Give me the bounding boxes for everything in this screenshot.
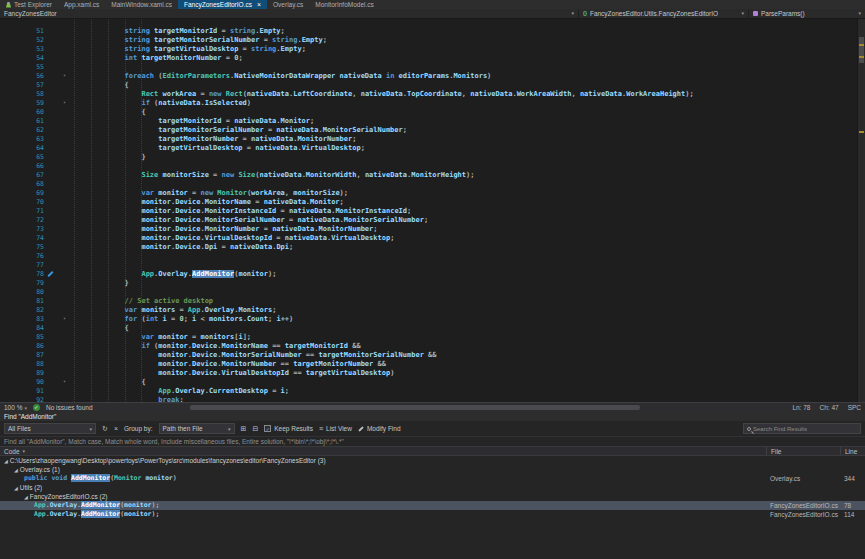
- line-number[interactable]: 91: [0, 387, 44, 396]
- type-dropdown[interactable]: {} FancyZonesEditor.Utils.FancyZonesEdit…: [578, 9, 748, 18]
- scope-dropdown[interactable]: All Files ▾: [4, 423, 96, 434]
- line-number[interactable]: 82: [0, 306, 44, 315]
- expand-all-icon[interactable]: ⊞: [241, 423, 247, 434]
- line-number[interactable]: 84: [0, 324, 44, 333]
- project-dropdown[interactable]: FancyZonesEditor ▾: [0, 9, 578, 18]
- line-number[interactable]: 90: [0, 378, 44, 387]
- code-line[interactable]: 92 break;: [0, 396, 857, 402]
- outline-collapse-icon[interactable]: ▾: [58, 378, 74, 387]
- expander-icon[interactable]: ◢: [14, 467, 18, 473]
- outline-collapse-icon[interactable]: ▾: [58, 72, 74, 81]
- expander-icon[interactable]: ◢: [24, 494, 28, 500]
- line-number[interactable]: 89: [0, 369, 44, 378]
- code-line[interactable]: 91 App.Overlay.CurrentDesktop = i;: [0, 387, 857, 396]
- outline-collapse-icon[interactable]: ▾: [58, 99, 74, 108]
- column-header-file[interactable]: File: [766, 447, 781, 455]
- code-line[interactable]: 84 {: [0, 324, 857, 333]
- line-number[interactable]: 78: [0, 270, 44, 279]
- group-by-dropdown[interactable]: Path then File ▾: [159, 423, 235, 434]
- find-result-row[interactable]: public void AddMonitor(Monitor monitor)O…: [0, 474, 865, 483]
- column-header-code[interactable]: Code ▾: [0, 447, 25, 456]
- code-line[interactable]: 65 }: [0, 153, 857, 162]
- line-number[interactable]: 69: [0, 189, 44, 198]
- tab-overlay-cs[interactable]: Overlay.cs: [267, 0, 309, 9]
- line-number[interactable]: 74: [0, 234, 44, 243]
- find-panel-title[interactable]: Find "AddMonitor": [0, 412, 865, 421]
- find-result-row[interactable]: ◢Overlay.cs (1): [0, 465, 865, 474]
- line-number[interactable]: 88: [0, 360, 44, 369]
- line-number[interactable]: 55: [0, 63, 44, 72]
- code-line[interactable]: 68: [0, 180, 857, 189]
- line-number[interactable]: 66: [0, 162, 44, 171]
- modify-find-button[interactable]: Modify Find: [358, 425, 401, 432]
- tab-app-xaml-cs[interactable]: App.xaml.cs: [58, 0, 105, 9]
- line-number[interactable]: 92: [0, 396, 44, 402]
- outline-collapse-icon[interactable]: ▾: [58, 315, 74, 324]
- line-number[interactable]: 62: [0, 126, 44, 135]
- find-result-row[interactable]: ◢Utils (2): [0, 483, 865, 492]
- line-number[interactable]: 59: [0, 99, 44, 108]
- line-number[interactable]: 71: [0, 207, 44, 216]
- code-line[interactable]: 64 targetVirtualDesktop = nativeData.Vir…: [0, 144, 857, 153]
- code-line[interactable]: 66: [0, 162, 857, 171]
- code-line[interactable]: 86 if (monitor.Device.MonitorName == tar…: [0, 342, 857, 351]
- code-line[interactable]: 71 monitor.Device.MonitorInstanceId = na…: [0, 207, 857, 216]
- expander-icon[interactable]: ◢: [4, 458, 8, 464]
- zoom-dropdown[interactable]: 100 % ▾: [4, 404, 27, 411]
- code-line[interactable]: 72 monitor.Device.MonitorSerialNumber = …: [0, 216, 857, 225]
- line-number[interactable]: 70: [0, 198, 44, 207]
- code-line[interactable]: 69 var monitor = new Monitor(workArea, m…: [0, 189, 857, 198]
- line-number[interactable]: 56: [0, 72, 44, 81]
- line-number[interactable]: 61: [0, 117, 44, 126]
- tab-mainwindow-xaml-cs[interactable]: MainWindow.xaml.cs: [105, 0, 178, 9]
- close-tab-icon[interactable]: ×: [257, 0, 261, 9]
- code-line[interactable]: 62 targetMonitorSerialNumber = nativeDat…: [0, 126, 857, 135]
- line-number[interactable]: 51: [0, 27, 44, 36]
- code-line[interactable]: 73 monitor.Device.MonitorNumber = native…: [0, 225, 857, 234]
- find-result-row[interactable]: ◢FancyZonesEditorIO.cs (2): [0, 492, 865, 501]
- search-input[interactable]: [753, 426, 857, 432]
- code-line[interactable]: 78 App.Overlay.AddMonitor(monitor);: [0, 270, 857, 279]
- clear-results-icon[interactable]: ×: [114, 423, 118, 434]
- line-number[interactable]: 80: [0, 288, 44, 297]
- code-line[interactable]: 70 monitor.Device.MonitorName = nativeDa…: [0, 198, 857, 207]
- line-number[interactable]: 68: [0, 180, 44, 189]
- line-number[interactable]: 65: [0, 153, 44, 162]
- list-view-toggle[interactable]: ≡ List View: [319, 423, 352, 434]
- line-number[interactable]: 53: [0, 45, 44, 54]
- line-number[interactable]: 58: [0, 90, 44, 99]
- collapse-all-icon[interactable]: ⊟: [252, 423, 258, 434]
- code-line[interactable]: 87 monitor.Device.MonitorSerialNumber ==…: [0, 351, 857, 360]
- code-line[interactable]: 88 monitor.Device.MonitorNumber == targe…: [0, 360, 857, 369]
- line-number[interactable]: 85: [0, 333, 44, 342]
- line-number[interactable]: 73: [0, 225, 44, 234]
- code-line[interactable]: 67 Size monitorSize = new Size(nativeDat…: [0, 171, 857, 180]
- code-line[interactable]: 59▾ if (nativeData.IsSelected): [0, 99, 857, 108]
- code-line[interactable]: 60 {: [0, 108, 857, 117]
- line-number[interactable]: 63: [0, 135, 44, 144]
- expander-icon[interactable]: ◢: [14, 485, 18, 491]
- code-line[interactable]: 82 var monitors = App.Overlay.Monitors;: [0, 306, 857, 315]
- line-number[interactable]: 64: [0, 144, 44, 153]
- scrollbar-thumb[interactable]: [859, 37, 864, 63]
- code-line[interactable]: 58 Rect workArea = new Rect(nativeData.L…: [0, 90, 857, 99]
- line-number[interactable]: 79: [0, 279, 44, 288]
- editor-vertical-scrollbar[interactable]: [857, 19, 865, 402]
- tab-test-explorer[interactable]: Test Explorer: [0, 0, 58, 9]
- member-dropdown[interactable]: ParseParams() ▾: [748, 9, 865, 18]
- line-number[interactable]: 76: [0, 252, 44, 261]
- code-line[interactable]: 76: [0, 252, 857, 261]
- code-line[interactable]: 83▾ for (int i = 0; i < monitors.Count; …: [0, 315, 857, 324]
- tab-monitorinfomodel-cs[interactable]: MonitorInfoModel.cs: [309, 0, 380, 9]
- line-number[interactable]: 54: [0, 54, 44, 63]
- tab-fancyzoneseditorio-cs[interactable]: FancyZonesEditorIO.cs ×: [178, 0, 267, 9]
- code-line[interactable]: 57 {: [0, 81, 857, 90]
- code-line[interactable]: 55: [0, 63, 857, 72]
- code-line[interactable]: 52 string targetMonitorSerialNumber = st…: [0, 36, 857, 45]
- line-number[interactable]: 75: [0, 243, 44, 252]
- code-line[interactable]: 79 }: [0, 279, 857, 288]
- code-line[interactable]: 54 int targetMonitorNumber = 0;: [0, 54, 857, 63]
- line-number[interactable]: 87: [0, 351, 44, 360]
- keep-results-toggle[interactable]: ✓ Keep Results: [264, 425, 313, 432]
- code-line[interactable]: 53 string targetVirtualDesktop = string.…: [0, 45, 857, 54]
